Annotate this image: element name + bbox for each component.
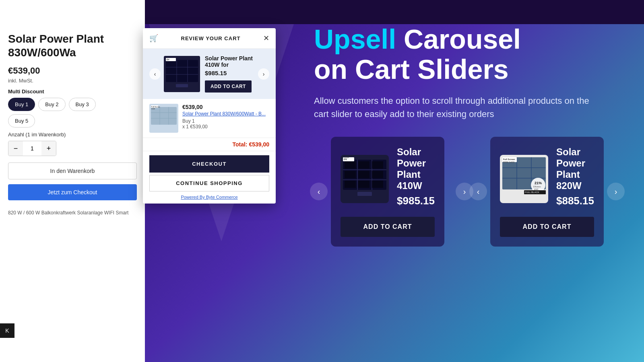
svg-rect-35 bbox=[372, 171, 383, 178]
upsell-card1-prev-button[interactable]: ‹ bbox=[310, 183, 328, 200]
back-button[interactable]: K bbox=[0, 323, 14, 338]
qty-label: Anzahl (1 im Warenkorb) bbox=[8, 132, 137, 138]
discount-buy5[interactable]: Buy 5 bbox=[8, 114, 35, 128]
svg-text:Full Screen: Full Screen bbox=[503, 158, 515, 160]
discount-buttons: Buy 1 Buy 2 Buy 3 bbox=[8, 98, 137, 111]
cart-item-qty: x 1 €539,00 bbox=[182, 124, 269, 130]
upsell-card-1-inner: DV 410W bbox=[341, 146, 435, 212]
upsell-product-info-1: Solar Power Plant 410W $985.15 bbox=[397, 146, 435, 212]
svg-rect-36 bbox=[345, 181, 356, 188]
upsell-add-to-cart-1[interactable]: ADD TO CART bbox=[341, 217, 435, 237]
qty-control: − 1 + bbox=[8, 141, 56, 156]
upsell-solar-panel-2: Full Screen 820W 2x410 21% Effizienz gra… bbox=[500, 155, 548, 203]
svg-text:DV: DV bbox=[167, 58, 170, 61]
upsell-product-price-1: $985.15 bbox=[397, 195, 435, 207]
product-title: Solar Power Plant 830W/600Wa bbox=[8, 32, 137, 59]
cart-item-price: €539,00 bbox=[182, 104, 269, 110]
cart-item-qty-label: Buy 1 bbox=[182, 118, 269, 124]
cart-item: Full Screen 820W €539,00 Solar Power Pla… bbox=[149, 104, 269, 133]
upsell-product-image-1: DV 410W bbox=[341, 155, 389, 203]
svg-rect-9 bbox=[179, 87, 185, 89]
cart-item-svg: Full Screen 820W bbox=[149, 104, 178, 133]
cart-total-label: Total: bbox=[232, 141, 247, 148]
cart-modal: 🛒 REVIEW YOUR CART ✕ ‹ DV bbox=[143, 28, 276, 204]
cart-icon: 🛒 bbox=[149, 34, 158, 43]
hero-title-highlight: Upsell bbox=[314, 24, 396, 54]
discount-buy3[interactable]: Buy 3 bbox=[69, 98, 96, 111]
product-page: Solar Power Plant 830W/600Wa €539,00 ink… bbox=[0, 0, 145, 362]
cart-item-image: Full Screen 820W bbox=[149, 104, 178, 133]
upsell-product-image-2: Full Screen 820W 2x410 21% Effizienz gra… bbox=[500, 155, 548, 203]
cart-item-details: €539,00 Solar Power Plant 830W/600Watt -… bbox=[182, 104, 269, 130]
cart-total-value: €539,00 bbox=[249, 141, 269, 148]
svg-text:grad: grad bbox=[534, 188, 538, 190]
svg-text:820W: 820W bbox=[151, 108, 155, 110]
cart-close-button[interactable]: ✕ bbox=[263, 34, 269, 43]
svg-rect-28 bbox=[357, 192, 372, 196]
svg-text:Full Screen: Full Screen bbox=[151, 106, 160, 108]
discount-buttons-row2: Buy 5 bbox=[8, 114, 137, 128]
cart-checkout-button[interactable]: CHECKOUT bbox=[149, 155, 269, 173]
cart-item-name: Solar Power Plant 830W/600Watt - B... bbox=[182, 111, 269, 117]
product-price: €539,00 bbox=[8, 66, 137, 76]
cart-continue-button[interactable]: CONTINUE SHOPPING bbox=[149, 175, 269, 191]
svg-text:820W 2x410: 820W 2x410 bbox=[503, 161, 514, 163]
upsell-card-2: Full Screen 820W 2x410 21% Effizienz gra… bbox=[490, 137, 604, 247]
svg-rect-1 bbox=[166, 60, 198, 82]
upsell-carousel: ‹ DV 410W bbox=[314, 137, 612, 247]
solar-panel-img: DV bbox=[164, 56, 200, 92]
checkout-page-button[interactable]: Jetzt zum Checkout bbox=[8, 184, 137, 200]
add-to-cart-page-button[interactable]: In den Warenkorb bbox=[8, 162, 137, 179]
svg-rect-30 bbox=[345, 161, 356, 169]
svg-rect-31 bbox=[358, 161, 369, 169]
svg-rect-38 bbox=[372, 181, 383, 188]
modal-product-price: $985.15 bbox=[205, 70, 255, 76]
upsell-solar-panel-1: DV 410W bbox=[341, 155, 389, 203]
svg-rect-32 bbox=[372, 161, 383, 169]
upsell-card2-prev-button[interactable]: ‹ bbox=[469, 183, 487, 200]
svg-text:FULL BLACK: FULL BLACK bbox=[525, 191, 539, 193]
svg-text:410W: 410W bbox=[344, 156, 349, 158]
qty-decrease[interactable]: − bbox=[8, 141, 23, 156]
cart-item-qty-value: x 1 bbox=[182, 124, 189, 130]
qty-increase[interactable]: + bbox=[41, 141, 56, 156]
upsell-product-price-2: $885.15 bbox=[556, 195, 594, 207]
product-description: 820 W / 600 W Balkonkraftwerk Solaranlag… bbox=[8, 210, 137, 216]
multi-discount-label: Multi Discount bbox=[8, 88, 137, 95]
svg-rect-29 bbox=[361, 196, 368, 198]
svg-rect-8 bbox=[176, 84, 188, 87]
carousel-next-button[interactable]: › bbox=[258, 68, 269, 80]
discount-buy2[interactable]: Buy 2 bbox=[38, 98, 65, 111]
modal-add-to-cart-button[interactable]: ADD TO CART bbox=[205, 80, 252, 93]
powered-by[interactable]: Powered By Byte Commerce bbox=[143, 195, 276, 204]
product-tax: inkl. MwSt. bbox=[8, 78, 137, 84]
upsell-card2-next-button[interactable]: › bbox=[607, 183, 625, 200]
hero-subtitle: Allow customers the option to scroll thr… bbox=[314, 94, 596, 121]
hero-title: Upsell Carousel on Cart Sliders bbox=[314, 24, 612, 84]
cart-total: Total: €539,00 bbox=[143, 138, 276, 151]
modal-product-image: DV bbox=[164, 56, 200, 92]
cart-modal-title: REVIEW YOUR CART bbox=[181, 35, 241, 41]
modal-carousel: ‹ DV Solar Power Plant 410W for bbox=[143, 49, 276, 99]
cart-items: Full Screen 820W €539,00 Solar Power Pla… bbox=[143, 99, 276, 138]
svg-rect-34 bbox=[358, 171, 369, 178]
right-content: Upsell Carousel on Cart Sliders Allow cu… bbox=[282, 0, 644, 362]
modal-product-name: Solar Power Plant 410W for bbox=[205, 55, 255, 68]
discount-buy1[interactable]: Buy 1 bbox=[8, 98, 35, 111]
svg-rect-33 bbox=[345, 171, 356, 178]
cart-modal-header: 🛒 REVIEW YOUR CART ✕ bbox=[143, 28, 276, 49]
qty-value: 1 bbox=[23, 145, 41, 152]
upsell-product-name-1: Solar Power Plant 410W bbox=[397, 146, 435, 191]
upsell-product-name-2: Solar Power Plant 820W bbox=[556, 146, 594, 191]
cart-item-subtotal: €539,00 bbox=[190, 124, 207, 130]
upsell-card-2-inner: Full Screen 820W 2x410 21% Effizienz gra… bbox=[500, 146, 594, 212]
upsell-card-1: DV 410W bbox=[331, 137, 444, 247]
svg-rect-37 bbox=[358, 181, 369, 188]
modal-product-info: Solar Power Plant 410W for $985.15 ADD T… bbox=[205, 55, 255, 93]
carousel-prev-button[interactable]: ‹ bbox=[149, 68, 161, 80]
svg-text:21%: 21% bbox=[535, 181, 542, 185]
hero-title-part2: Carousel bbox=[396, 24, 521, 54]
upsell-add-to-cart-2[interactable]: ADD TO CART bbox=[500, 217, 594, 237]
back-icon: K bbox=[5, 327, 9, 334]
modal-carousel-content: DV Solar Power Plant 410W for $985.15 AD… bbox=[161, 55, 258, 93]
